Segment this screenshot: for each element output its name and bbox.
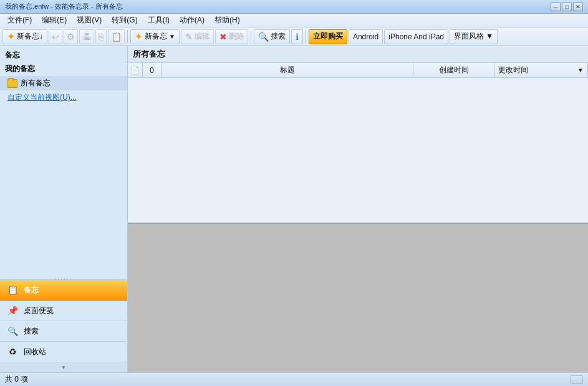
dropdown-arrow: ▼ — [169, 33, 175, 40]
new-icon: ✦ — [7, 31, 15, 42]
created-label: 创建时间 — [439, 65, 469, 75]
desktop-nav-icon: 📌 — [6, 304, 19, 317]
undo-icon: ↩ — [52, 32, 59, 42]
sidebar-nav-notes[interactable]: 📋 备忘 — [0, 280, 127, 301]
search-label: 搜索 — [271, 31, 286, 42]
new-label: 新备忘↓ — [17, 31, 43, 42]
paste-icon: 📋 — [111, 32, 122, 42]
toolbar-print-button[interactable]: 🖶 — [79, 29, 94, 44]
sidebar-nav-desktop[interactable]: 📌 桌面便笺 — [0, 301, 127, 321]
edit-label: 编辑 — [195, 31, 210, 42]
new-note-label: 新备忘 — [145, 31, 167, 42]
menu-view[interactable]: 视图(V) — [72, 14, 107, 27]
title-bar: 我的备忘.enfw - 效能备忘录 - 所有备忘 ─ □ ✕ — [0, 0, 588, 14]
delete-label: 删除 — [229, 31, 244, 42]
search-nav-icon: 🔍 — [6, 325, 19, 337]
sidebar: 备忘 我的备忘 所有备忘 自定义当前视图(U)... ...... 📋 备忘 📌… — [0, 46, 128, 372]
edit-icon: ✎ — [185, 32, 193, 42]
copy-icon: ⎘ — [99, 32, 104, 42]
num-label: 0 — [150, 66, 154, 75]
toolbar-info-button[interactable]: ℹ — [291, 29, 303, 44]
table-body — [128, 78, 588, 203]
toolbar-theme-button[interactable]: 界面风格 ▼ — [450, 29, 498, 44]
menu-edit[interactable]: 编辑(E) — [37, 14, 72, 27]
sidebar-scroll-down[interactable] — [0, 362, 127, 372]
toolbar: ✦ 新备忘↓ ↩ ⚙ 🖶 ⎘ 📋 ✦ 新备忘 ▼ ✎ 编辑 ✖ 删除 🔍 — [0, 27, 588, 46]
modified-label: 更改时间 — [498, 65, 528, 75]
content-area: 所有备忘 📄 0 标题 创建时间 更改时间 ▼ — [128, 46, 588, 372]
sidebar-nav-search[interactable]: 🔍 搜索 — [0, 321, 127, 342]
trash-nav-icon: ♻ — [6, 345, 19, 358]
sidebar-bottom: 📋 备忘 📌 桌面便笺 🔍 搜索 ♻ 回收站 — [0, 279, 127, 372]
title-bar-text: 我的备忘.enfw - 效能备忘录 - 所有备忘 — [5, 2, 123, 11]
toolbar-copy-button[interactable]: ⎘ — [95, 29, 107, 44]
status-resize-handle[interactable] — [571, 375, 583, 384]
sidebar-nav-trash[interactable]: ♻ 回收站 — [0, 342, 127, 362]
menu-bar: 文件(F) 编辑(E) 视图(V) 转到(G) 工具(I) 动作(A) 帮助(H… — [0, 14, 588, 27]
theme-label: 界面风格 ▼ — [454, 31, 493, 42]
iphone-label: iPhone And iPad — [388, 32, 444, 41]
buy-label: 立即购买 — [313, 31, 343, 42]
notes-table: 📄 0 标题 创建时间 更改时间 ▼ — [128, 63, 588, 223]
toolbar-delete-button[interactable]: ✖ 删除 — [215, 29, 248, 44]
toolbar-new-button[interactable]: ✦ 新备忘↓ — [2, 29, 47, 44]
toolbar-iphone-button[interactable]: iPhone And iPad — [384, 29, 448, 44]
sidebar-all-notes[interactable]: 所有备忘 — [0, 76, 127, 90]
menu-goto[interactable]: 转到(G) — [107, 14, 142, 27]
toolbar-new-note-button[interactable]: ✦ 新备忘 ▼ — [130, 29, 180, 44]
separator-3 — [306, 31, 306, 43]
info-icon: ℹ — [296, 32, 299, 42]
minimize-button[interactable]: ─ — [551, 2, 561, 11]
sidebar-custom-view[interactable]: 自定义当前视图(U)... — [0, 90, 127, 105]
table-header-created[interactable]: 创建时间 — [413, 63, 494, 77]
table-header: 📄 0 标题 创建时间 更改时间 ▼ — [128, 63, 588, 78]
sidebar-top: 备忘 我的备忘 所有备忘 自定义当前视图(U)... — [0, 46, 127, 274]
trash-nav-label: 回收站 — [24, 347, 46, 357]
content-header: 所有备忘 — [128, 46, 588, 63]
redo-icon: ⚙ — [67, 32, 75, 42]
table-header-title[interactable]: 标题 — [161, 63, 413, 77]
doc-icon: 📄 — [130, 66, 140, 75]
new-note-icon: ✦ — [135, 31, 143, 42]
menu-help[interactable]: 帮助(H) — [210, 14, 245, 27]
notes-nav-icon: 📋 — [6, 284, 19, 296]
separator-2 — [251, 31, 251, 43]
sort-icon: ▼ — [577, 67, 584, 74]
toolbar-search-button[interactable]: 🔍 搜索 — [254, 29, 290, 44]
close-button[interactable]: ✕ — [573, 2, 583, 11]
toolbar-edit-button[interactable]: ✎ 编辑 — [181, 29, 214, 44]
my-notes-label: 我的备忘 — [5, 64, 35, 74]
sidebar-divider: ...... — [0, 274, 127, 279]
android-label: Android — [353, 32, 378, 41]
menu-action[interactable]: 动作(A) — [175, 14, 210, 27]
status-bar: 共 0 项 — [0, 372, 588, 386]
search-icon: 🔍 — [258, 32, 269, 42]
maximize-button[interactable]: □ — [562, 2, 572, 11]
table-header-modified[interactable]: 更改时间 ▼ — [494, 63, 588, 77]
status-text: 共 0 项 — [5, 374, 28, 385]
table-header-icon: 📄 — [128, 63, 143, 77]
menu-tools[interactable]: 工具(I) — [143, 14, 175, 27]
print-icon: 🖶 — [82, 32, 91, 42]
title-bar-controls: ─ □ ✕ — [551, 2, 583, 11]
desktop-nav-label: 桌面便笺 — [24, 306, 54, 316]
notes-nav-label: 备忘 — [24, 285, 39, 296]
sidebar-section-label: 备忘 — [0, 49, 127, 62]
menu-file[interactable]: 文件(F) — [2, 14, 37, 27]
separator-1 — [127, 31, 128, 43]
folder-icon — [7, 79, 17, 88]
toolbar-undo-button[interactable]: ↩ — [49, 29, 62, 44]
toolbar-redo-button[interactable]: ⚙ — [64, 29, 78, 44]
search-nav-label: 搜索 — [24, 326, 39, 337]
preview-area — [128, 223, 588, 372]
table-header-num[interactable]: 0 — [143, 63, 161, 77]
title-label: 标题 — [280, 65, 295, 75]
toolbar-buy-button[interactable]: 立即购买 — [309, 29, 347, 44]
all-notes-label: 所有备忘 — [21, 78, 51, 89]
sidebar-my-notes: 我的备忘 — [0, 62, 127, 76]
toolbar-paste-button[interactable]: 📋 — [108, 29, 125, 44]
main-layout: 备忘 我的备忘 所有备忘 自定义当前视图(U)... ...... 📋 备忘 📌… — [0, 46, 588, 372]
delete-icon: ✖ — [219, 32, 227, 42]
toolbar-android-button[interactable]: Android — [349, 29, 383, 44]
